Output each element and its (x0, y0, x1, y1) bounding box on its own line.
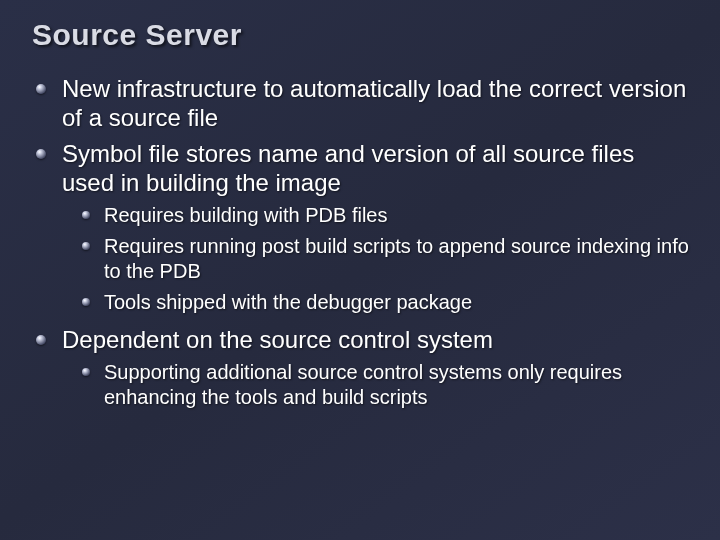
list-item: New infrastructure to automatically load… (36, 74, 692, 133)
bullet-text: New infrastructure to automatically load… (62, 75, 686, 131)
list-item: Supporting additional source control sys… (82, 360, 692, 410)
bullet-text: Requires building with PDB files (104, 204, 387, 226)
bullet-list-level1: New infrastructure to automatically load… (36, 74, 692, 410)
list-item: Dependent on the source control system S… (36, 325, 692, 410)
bullet-text: Tools shipped with the debugger package (104, 291, 472, 313)
slide-title: Source Server (32, 18, 692, 52)
bullet-list-level2: Requires building with PDB files Require… (82, 203, 692, 315)
list-item: Symbol file stores name and version of a… (36, 139, 692, 316)
bullet-text: Requires running post build scripts to a… (104, 235, 689, 282)
slide: Source Server New infrastructure to auto… (0, 0, 720, 540)
bullet-text: Symbol file stores name and version of a… (62, 140, 634, 196)
list-item: Requires running post build scripts to a… (82, 234, 692, 284)
bullet-list-level2: Supporting additional source control sys… (82, 360, 692, 410)
list-item: Requires building with PDB files (82, 203, 692, 228)
bullet-text: Supporting additional source control sys… (104, 361, 622, 408)
bullet-text: Dependent on the source control system (62, 326, 493, 353)
list-item: Tools shipped with the debugger package (82, 290, 692, 315)
